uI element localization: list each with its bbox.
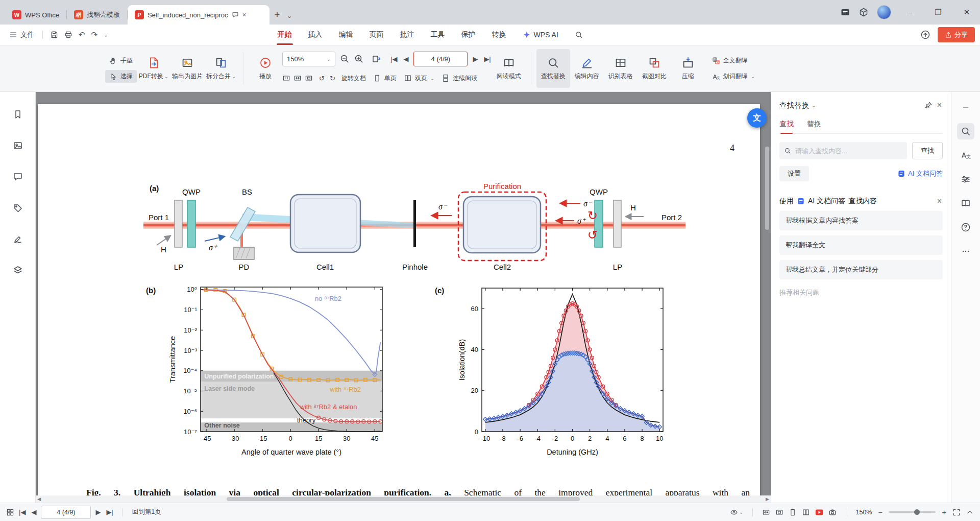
tab-page[interactable]: 页面 <box>361 25 392 45</box>
zoom-in-icon[interactable] <box>354 54 364 64</box>
rotate-doc-button[interactable]: 旋转文档 <box>339 73 368 84</box>
find-panel-button[interactable] <box>957 123 974 139</box>
rotate-pages-icon[interactable] <box>371 54 381 64</box>
presentation-play-button[interactable] <box>815 508 823 516</box>
continuous-read-button[interactable]: 连续阅读 <box>439 73 479 84</box>
file-menu-button[interactable]: 文件 <box>5 30 38 39</box>
next-page-button[interactable]: ▶ <box>94 508 102 516</box>
help-button[interactable] <box>957 219 974 235</box>
recognize-table-button[interactable]: 识别表格 <box>604 49 638 88</box>
split-merge-button[interactable]: 拆分合并⌄ <box>204 49 238 88</box>
layers-panel-button[interactable] <box>9 262 27 278</box>
tab-document[interactable]: P Self_induced_non_reciproc × <box>128 5 270 25</box>
chevron-down-icon[interactable]: ⌄ <box>812 103 816 108</box>
hand-tool-button[interactable]: 手型 <box>105 54 137 67</box>
tab-edit[interactable]: 编辑 <box>331 25 361 45</box>
collapse-toolbar-icon[interactable] <box>966 508 974 516</box>
scroll-right-icon[interactable]: ▶ <box>766 496 769 502</box>
prev-page-button[interactable]: ◀ <box>402 55 409 63</box>
tab-annotate[interactable]: 批注 <box>392 25 423 45</box>
view-visibility-button[interactable]: ⌄ <box>730 508 743 516</box>
play-button[interactable]: 播放 <box>249 49 282 88</box>
chevron-down-icon[interactable]: ⌄ <box>101 32 111 38</box>
zoom-out-icon[interactable] <box>339 54 350 64</box>
comments-panel-button[interactable] <box>9 169 27 185</box>
full-translate-button[interactable]: A文 全文翻译 <box>708 54 759 67</box>
upload-cloud-icon[interactable] <box>920 30 930 40</box>
compress-button[interactable]: 压缩 <box>671 49 705 88</box>
tab-docer-templates[interactable]: 稻 找稻壳模板 <box>67 5 127 25</box>
menubar-search-button[interactable] <box>567 25 591 45</box>
tab-insert[interactable]: 插入 <box>300 25 331 45</box>
zoom-slider[interactable] <box>889 511 936 513</box>
rotate-right-icon[interactable]: ↻ <box>329 75 336 82</box>
pdf-convert-button[interactable]: PDF转换⌄ <box>137 49 170 88</box>
rotate-left-icon[interactable]: ↺ <box>318 75 326 82</box>
fit-page-icon[interactable] <box>775 508 783 516</box>
word-translate-button[interactable]: 文 划词翻译⌄ <box>708 70 759 83</box>
find-replace-button[interactable]: 查找替换 <box>536 49 570 88</box>
select-tool-button[interactable]: 选择 <box>105 70 137 83</box>
export-image-button[interactable]: 输出为图片 <box>170 49 204 88</box>
find-button[interactable]: 查找 <box>912 142 943 159</box>
close-ai-section-icon[interactable]: × <box>936 197 943 206</box>
undo-button[interactable]: ↶ <box>76 30 88 39</box>
tags-panel-button[interactable] <box>9 200 27 216</box>
tab-tools[interactable]: 工具 <box>423 25 453 45</box>
fit-width-icon[interactable] <box>293 74 302 82</box>
properties-panel-button[interactable] <box>957 171 974 187</box>
pin-icon[interactable] <box>923 100 934 110</box>
tab-list-chevron-icon[interactable]: ⌄ <box>285 12 294 19</box>
ai-doc-qa-link[interactable]: AI 文档问答 <box>897 169 943 178</box>
single-page-icon[interactable] <box>789 508 797 516</box>
thumbnails-icon[interactable] <box>6 508 14 516</box>
last-page-button[interactable]: ▶| <box>483 55 492 63</box>
last-page-button[interactable]: ▶| <box>105 508 114 516</box>
zoom-slider-thumb[interactable] <box>914 509 920 515</box>
actual-size-icon[interactable] <box>282 74 290 82</box>
workspace-icon[interactable] <box>840 7 850 17</box>
tab-wps-home[interactable]: W WPS Office <box>5 5 66 25</box>
more-button[interactable] <box>957 243 974 259</box>
page-indicator[interactable]: 4 (4/9) <box>41 506 91 519</box>
double-page-button[interactable]: 双页⌄ <box>402 73 436 84</box>
reader-panel-button[interactable] <box>957 195 974 211</box>
signature-panel-button[interactable] <box>9 231 27 247</box>
thumbnails-panel-button[interactable] <box>9 137 27 154</box>
screenshot-compare-button[interactable]: 截图对比 <box>638 49 671 88</box>
first-page-button[interactable]: |◀ <box>389 55 398 63</box>
ai-suggestion-button[interactable]: 帮我总结文章，并定位关键部分 <box>779 260 943 279</box>
print-button[interactable] <box>61 31 76 39</box>
fullscreen-icon[interactable] <box>952 508 961 516</box>
double-page-icon[interactable] <box>802 508 810 516</box>
zoom-out-button[interactable]: − <box>877 508 884 516</box>
single-page-button[interactable]: 单页 <box>371 73 399 84</box>
collapse-panel-button[interactable] <box>957 99 974 115</box>
tab-convert[interactable]: 转换 <box>484 25 514 45</box>
tab-find[interactable]: 查找 <box>779 120 794 133</box>
maximize-button[interactable]: ❐ <box>928 0 948 25</box>
float-translate-button[interactable]: 文 <box>747 108 767 128</box>
back-to-first-page-button[interactable]: 回到第1页 <box>132 508 161 516</box>
tab-replace[interactable]: 替换 <box>807 120 821 133</box>
horizontal-scrollbar-thumb[interactable] <box>227 497 579 501</box>
scroll-left-icon[interactable]: ◀ <box>37 496 41 502</box>
ai-suggestion-button[interactable]: 帮我翻译全文 <box>779 235 943 255</box>
prev-page-button[interactable]: ◀ <box>30 508 37 516</box>
minimize-button[interactable]: ─ <box>899 0 920 25</box>
app-center-icon[interactable] <box>859 7 869 17</box>
settings-button[interactable]: 设置 <box>779 166 809 181</box>
fit-width-icon[interactable] <box>762 508 770 516</box>
new-tab-button[interactable]: + <box>270 7 285 22</box>
tab-close-icon[interactable]: × <box>242 11 247 19</box>
vertical-scrollbar[interactable] <box>765 95 770 491</box>
horizontal-scrollbar[interactable]: ◀ ▶ <box>36 495 771 503</box>
screenshot-icon[interactable] <box>828 508 837 516</box>
vertical-scrollbar-thumb[interactable] <box>765 147 769 230</box>
tab-wps-ai[interactable]: WPS AI <box>514 25 567 45</box>
zoom-select[interactable]: 150%⌄ <box>282 52 335 66</box>
search-input[interactable] <box>794 147 902 155</box>
next-page-button[interactable]: ▶ <box>472 55 479 63</box>
tab-protect[interactable]: 保护 <box>453 25 484 45</box>
bookmarks-panel-button[interactable] <box>9 106 27 123</box>
